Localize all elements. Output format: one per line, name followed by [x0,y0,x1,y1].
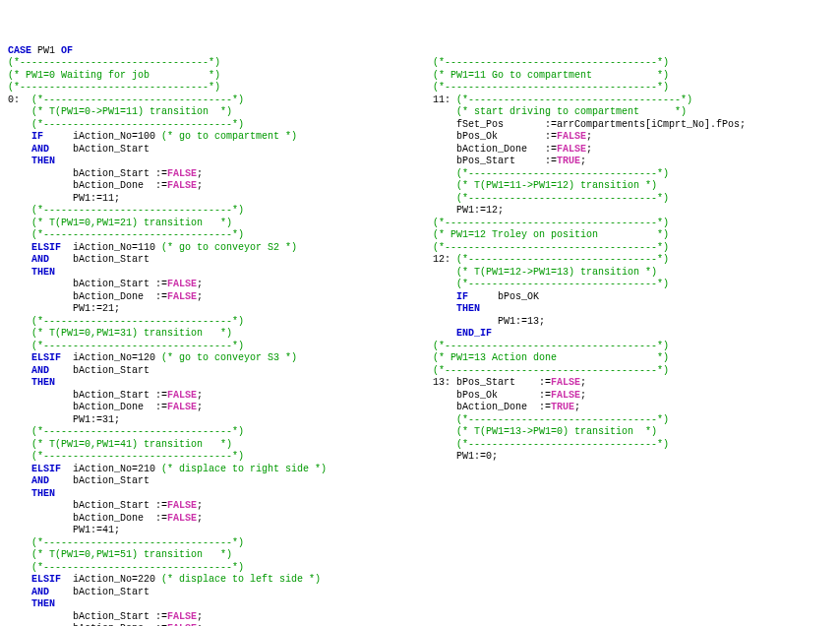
txt: bAction_Done := [73,291,167,302]
kw-of: OF [61,45,73,56]
val-false: FALSE [167,513,197,524]
sc: ; [197,402,203,412]
kw-elsif: ELSIF [31,242,61,253]
label-12: 12: [433,254,450,265]
kw-case: CASE [8,45,31,56]
kw-then: THEN [456,303,480,314]
sep: (*--------------------------------*) [31,426,244,437]
kw-elsif: ELSIF [31,352,61,363]
txt: bAction_Done := [73,402,167,412]
txt: bAction_Start [73,587,150,597]
left-column: CASE PW1 OF (*--------------------------… [8,45,421,627]
code-columns: CASE PW1 OF (*--------------------------… [8,45,832,627]
sep: (*--------------------------------*) [31,229,244,240]
val-false: FALSE [167,611,197,622]
sep11: (*------------------------------------*) [433,57,669,68]
txt: bAction_Done := [73,513,167,524]
sc: ; [197,513,203,524]
pw12-header: (* PW1=12 Troley on position *) [433,229,669,240]
txt: bAction_Start := [73,168,167,179]
txt: iAction_No=210 [73,464,155,474]
txt: bAction_Start [73,475,150,486]
txt: bAction_Start := [73,500,167,511]
sep11: (*------------------------------------*) [433,242,669,253]
val-true: TRUE [557,156,580,166]
sep11: (*------------------------------------*) [433,365,669,376]
pw1-13: PW1:=13; [498,316,545,327]
sep: (*--------------------------------*) [456,279,669,289]
pw1-21: PW1:=21; [73,303,120,314]
sep: (*--------------------------------*) [31,205,244,216]
txt: bAction_Start [73,144,150,155]
txt: bAction_Start := [73,279,167,289]
bpos-ok: bPos_Ok := [456,131,557,142]
val-false: FALSE [167,279,197,289]
val-false: FALSE [551,390,580,401]
label-11: 11: [433,94,450,105]
sc: ; [586,131,592,142]
kw-then: THEN [31,488,55,499]
sc: ; [197,611,203,622]
pw10-wait-header: (* PW1=0 Waiting for job *) [8,70,220,81]
sep: (*--------------------------------*) [31,119,244,130]
val-false: FALSE [167,402,197,412]
bpos-start13: bPos_Start := [456,377,551,388]
val-false: FALSE [167,390,197,401]
sep: (*--------------------------------*) [31,451,244,462]
pw1-31: PW1:=31; [73,414,120,425]
val-false: FALSE [557,131,586,142]
val-false: FALSE [557,144,586,155]
val-false: FALSE [167,291,197,302]
txt: bAction_Done := [73,180,167,191]
sep: (*--------------------------------*) [8,57,220,68]
txt: iAction_No=110 [73,242,155,253]
txt: bAction_Start := [73,390,167,401]
sc: ; [580,377,586,388]
kw-if: IF [31,131,43,142]
right-column: (*------------------------------------*)… [433,45,746,464]
sc: ; [197,291,203,302]
sep: (*--------------------------------*) [456,439,669,450]
t-pw10-11: (* T(PW1=0->PW1=11) transition *) [31,106,232,117]
txt: bAction_Start [73,365,150,376]
kw-elsif: ELSIF [31,574,61,585]
sep: (*--------------------------------*) [31,562,244,573]
kw-and: AND [31,587,49,597]
pw1-11: PW1:=11; [73,193,120,204]
val-false: FALSE [167,500,197,511]
sc: ; [197,180,203,191]
kw-endif: END_IF [456,328,492,339]
pw1-41: PW1:=41; [73,525,120,535]
t-13-0: (* T(PW1=13->PW1=0) transition *) [456,426,657,437]
sc: ; [197,390,203,401]
val-false: FALSE [167,180,197,191]
cmt-go-s2: (* go to conveyor S2 *) [161,242,297,253]
sep: (*--------------------------------*) [8,82,220,93]
kw-then: THEN [31,598,55,609]
val-false: FALSE [551,377,580,388]
bpos-ok13: bPos_Ok := [456,390,551,401]
cmt-disp-l: (* displace to left side *) [161,574,321,585]
val-false: FALSE [167,168,197,179]
label-13: 13: [433,377,450,388]
cmt-disp-r: (* displace to right side *) [161,464,327,474]
cmt-go-comp: (* go to compartment *) [161,131,297,142]
kw-and: AND [31,144,49,155]
sc: ; [574,402,580,412]
sep: (*--------------------------------*) [31,537,244,548]
cmt-start-drive: (* start driving to compartment *) [456,106,687,117]
t-pw10-21: (* T(PW1=0,PW1=21) transition *) [31,218,232,228]
case-var: PW1 [37,45,55,56]
kw-and: AND [31,365,49,376]
sc: ; [197,168,203,179]
sep: (*--------------------------------*) [31,316,244,327]
sc: ; [197,279,203,289]
t-12-13: (* T(PW1=12->PW1=13) transition *) [456,267,657,278]
sep11: (*------------------------------------*) [433,218,669,228]
txt: iAction_No=100 [73,131,155,142]
sep: (*--------------------------------*) [456,168,669,179]
sc: ; [586,144,592,155]
pw11-header: (* PW1=11 Go to compartment *) [433,70,669,81]
pw13-header: (* PW1=13 Action done *) [433,352,669,363]
sep11: (*------------------------------------*) [433,82,669,93]
